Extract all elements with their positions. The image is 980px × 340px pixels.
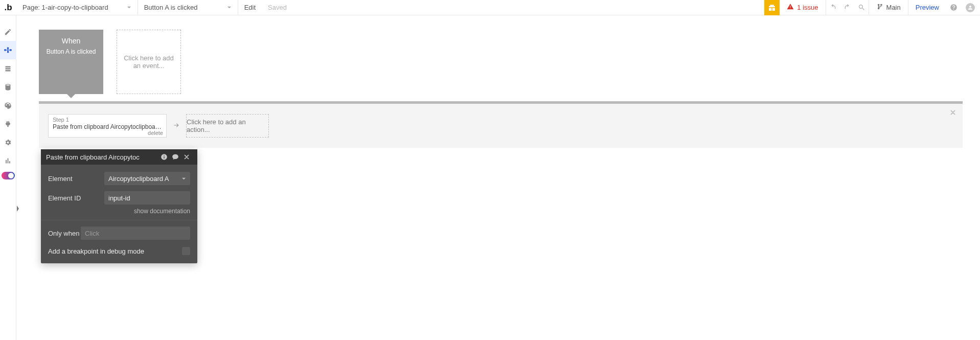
property-panel[interactable]: Paste from clipboard Aircopytoc Element … <box>41 149 197 263</box>
left-rail <box>0 15 16 340</box>
add-action-label: Click here to add an action... <box>187 118 268 133</box>
label-breakpoint: Add a breakpoint in debug mode <box>48 247 144 255</box>
rail-data-icon[interactable] <box>0 59 16 78</box>
actions-strip: Step 1 Paste from clipboard Aircopytocli… <box>39 101 963 148</box>
add-event-label: Click here to add an event... <box>122 54 175 70</box>
branch-icon <box>876 3 883 12</box>
element-id-input-wrap[interactable] <box>104 191 190 205</box>
breakpoint-checkbox[interactable] <box>182 247 190 255</box>
redo-button[interactable] <box>840 0 855 15</box>
avatar[interactable] <box>966 3 975 12</box>
element-value: Aircopytoclipboard A <box>108 175 169 183</box>
separator <box>41 220 197 220</box>
alert-icon <box>787 3 794 12</box>
element-id-input[interactable] <box>108 194 186 202</box>
add-event-button[interactable]: Click here to add an event... <box>117 30 181 94</box>
add-action-button[interactable]: Click here to add an action... <box>186 114 269 138</box>
arrow-right-icon <box>173 122 180 130</box>
row-element: Element Aircopytoclipboard A <box>48 172 190 185</box>
step-title: Paste from clipboard Aircopytoclipboard … <box>53 123 162 130</box>
saved-status: Saved <box>262 0 293 15</box>
close-icon[interactable] <box>181 153 192 161</box>
svg-rect-2 <box>164 155 164 156</box>
issues-button[interactable]: 1 issue <box>780 0 826 15</box>
show-documentation-link[interactable]: show documentation <box>48 208 190 215</box>
page-dropdown[interactable]: Page: 1-air-copy-to-clipboard <box>16 0 138 15</box>
label-element: Element <box>48 175 104 183</box>
step-delete-button[interactable]: delete <box>148 130 163 136</box>
search-button[interactable] <box>855 0 869 15</box>
step-card[interactable]: Step 1 Paste from clipboard Aircopytocli… <box>48 114 167 138</box>
branch-label: Main <box>886 4 901 11</box>
comment-icon[interactable] <box>170 153 181 161</box>
rail-design-icon[interactable] <box>0 22 16 41</box>
event-card[interactable]: When Button A is clicked <box>39 30 103 94</box>
branch-dropdown[interactable]: Main <box>869 0 908 15</box>
issues-label: 1 issue <box>797 4 818 11</box>
rail-styles-icon[interactable] <box>0 96 16 115</box>
workflow-label: Button A is clicked <box>144 4 198 11</box>
row-element-id: Element ID <box>48 191 190 205</box>
gift-icon[interactable] <box>764 0 780 15</box>
rail-workflow-icon[interactable] <box>0 41 16 59</box>
caret-down-icon <box>209 4 232 11</box>
label-element-id: Element ID <box>48 194 104 202</box>
rail-settings-icon[interactable] <box>0 133 16 151</box>
caret-down-icon <box>181 175 186 183</box>
row-breakpoint: Add a breakpoint in debug mode <box>48 247 190 255</box>
logo[interactable]: .b <box>0 0 16 15</box>
events-row: When Button A is clicked Click here to a… <box>39 30 963 94</box>
preview-button[interactable]: Preview <box>908 0 946 15</box>
label-only-when: Only when <box>48 230 81 237</box>
caret-down-icon <box>108 4 131 11</box>
close-strip-button[interactable] <box>949 109 956 118</box>
svg-rect-1 <box>164 156 164 158</box>
page-label: Page: 1-air-copy-to-clipboard <box>22 4 108 11</box>
panel-body: Element Aircopytoclipboard A Element ID … <box>41 165 197 263</box>
workflow-dropdown[interactable]: Button A is clicked <box>138 0 238 15</box>
undo-button[interactable] <box>826 0 840 15</box>
rail-db-icon[interactable] <box>0 78 16 96</box>
only-when-placeholder: Click <box>85 230 99 237</box>
edit-button[interactable]: Edit <box>238 0 262 15</box>
info-icon[interactable] <box>158 153 170 161</box>
rail-logs-icon[interactable] <box>0 151 16 170</box>
event-condition: Button A is clicked <box>47 48 96 55</box>
topbar: .b Page: 1-air-copy-to-clipboard Button … <box>0 0 980 15</box>
panel-header[interactable]: Paste from clipboard Aircopytoc <box>41 149 197 165</box>
row-only-when: Only when Click <box>48 226 190 240</box>
step-number: Step 1 <box>53 117 162 123</box>
event-when-label: When <box>62 37 81 45</box>
rail-plugins-icon[interactable] <box>0 115 16 133</box>
element-select[interactable]: Aircopytoclipboard A <box>104 172 190 185</box>
panel-title: Paste from clipboard Aircopytoc <box>46 153 158 161</box>
rail-toggle[interactable] <box>2 172 15 179</box>
help-button[interactable] <box>946 0 961 15</box>
only-when-input[interactable]: Click <box>81 226 190 240</box>
